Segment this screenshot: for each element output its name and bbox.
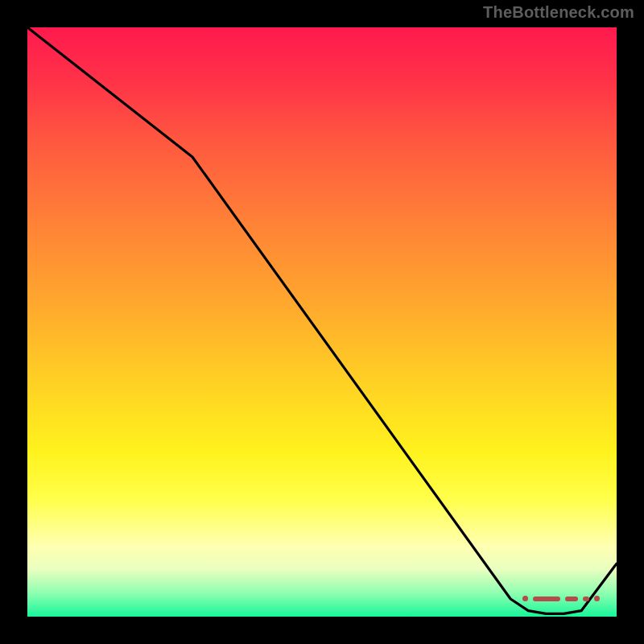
marker-dot xyxy=(594,596,600,601)
optimal-region-marker xyxy=(27,596,617,607)
attribution-text: TheBottleneck.com xyxy=(483,3,634,22)
marker-dash xyxy=(533,597,560,601)
bottleneck-curve xyxy=(27,27,617,617)
plot-area xyxy=(27,27,617,617)
chart-frame: TheBottleneck.com xyxy=(0,0,644,644)
marker-dot xyxy=(522,596,528,601)
marker-dash xyxy=(583,597,589,601)
marker-dash xyxy=(565,597,578,601)
